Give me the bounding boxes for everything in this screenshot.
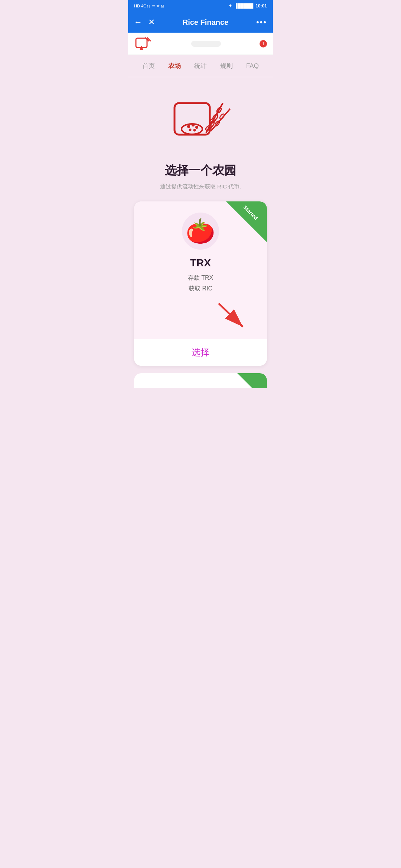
- svg-rect-4: [175, 103, 210, 135]
- token-name: TRX: [190, 257, 211, 269]
- token-desc-line1: 存款 TRX: [188, 274, 213, 281]
- time-display: 10:01: [255, 3, 267, 9]
- svg-point-10: [193, 129, 196, 132]
- arrow-container: [141, 302, 260, 331]
- tab-faq[interactable]: FAQ: [243, 61, 262, 71]
- partial-action-button[interactable]: [191, 41, 221, 47]
- bluetooth-icon: ✦: [228, 3, 232, 9]
- status-left: HD 4G↑↓ ≋ ❋ ⊠: [134, 4, 164, 9]
- nav-left-actions: ← ✕: [134, 17, 155, 27]
- nav-bar: ← ✕ Rice Finance •••: [128, 12, 273, 33]
- tab-home[interactable]: 首页: [139, 60, 158, 72]
- tab-navigation: 首页 农场 统计 规则 FAQ: [128, 55, 273, 77]
- page-title: Rice Finance: [155, 18, 256, 27]
- battery-icon: ▐█████: [234, 3, 253, 9]
- tomato-emoji: 🍅: [186, 217, 215, 245]
- svg-point-19: [219, 113, 225, 119]
- farm-select-title: 选择一个农园: [165, 162, 236, 179]
- tab-rules[interactable]: 规则: [217, 60, 236, 72]
- trx-farm-card[interactable]: Started 🍅 TRX 存款 TRX 获取 RIC: [134, 201, 267, 366]
- main-content: 选择一个农园 通过提供流动性来获取 RIC 代币. Started 🍅 TRX …: [128, 77, 273, 395]
- rice-logo: [167, 88, 234, 151]
- network-indicator: HD 4G↑↓ ≋ ❋ ⊠: [134, 4, 164, 9]
- bottom-partial-card: [134, 373, 267, 388]
- bottom-partial-badge: [237, 373, 267, 388]
- tab-stats[interactable]: 统计: [191, 60, 210, 72]
- status-right: ✦ ▐█████ 10:01: [228, 3, 267, 9]
- started-badge-text: Started: [238, 201, 263, 225]
- close-button[interactable]: ✕: [148, 17, 155, 27]
- token-icon: 🍅: [182, 213, 219, 250]
- svg-point-8: [195, 126, 198, 129]
- started-badge: Started: [226, 201, 267, 242]
- top-partial-card: 1: [128, 33, 273, 55]
- farm-select-subtitle: 通过提供流动性来获取 RIC 代币.: [160, 183, 241, 190]
- svg-point-6: [187, 125, 190, 128]
- svg-line-21: [219, 303, 243, 327]
- tab-farm[interactable]: 农场: [165, 60, 184, 72]
- status-bar: HD 4G↑↓ ≋ ❋ ⊠ ✦ ▐█████ 10:01: [128, 0, 273, 12]
- svg-point-9: [189, 129, 192, 131]
- select-farm-button[interactable]: 选择: [192, 346, 209, 358]
- select-button-area: 选择: [134, 339, 267, 366]
- token-description: 存款 TRX 获取 RIC: [188, 273, 213, 294]
- svg-point-7: [192, 124, 195, 126]
- partial-logo: [134, 34, 153, 53]
- back-button[interactable]: ←: [134, 17, 142, 27]
- partial-badge: 1: [260, 40, 267, 47]
- more-menu-button[interactable]: •••: [256, 17, 267, 27]
- token-desc-line2: 获取 RIC: [189, 285, 212, 292]
- red-arrow-icon: [215, 302, 248, 331]
